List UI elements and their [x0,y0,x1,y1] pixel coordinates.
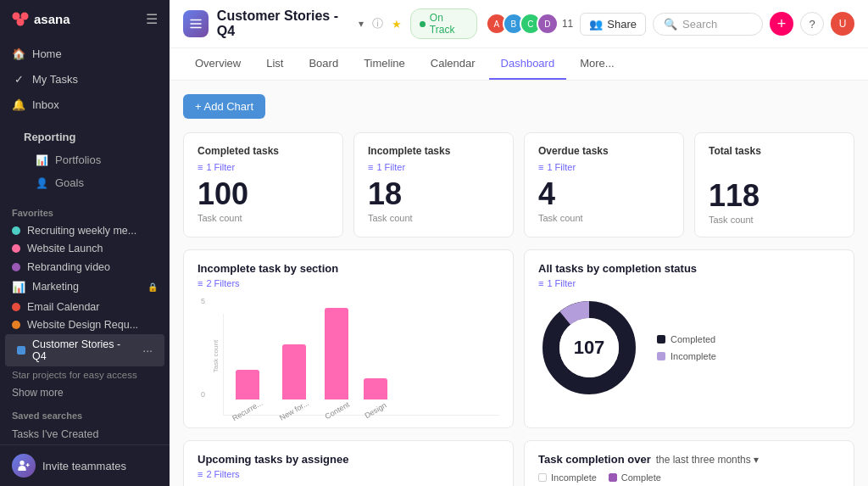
donut-center-value: 107 [574,337,605,359]
check-icon: ✓ [12,72,25,86]
stat-completed-filter[interactable]: ≡ 1 Filter [198,162,329,172]
tab-timeline[interactable]: Timeline [352,48,417,80]
goals-icon: 👤 [36,177,48,189]
legend-completed: Completed [657,334,716,344]
share-button[interactable]: 👥 Share [580,13,646,36]
invite-teammates-button[interactable]: Invite teammates [0,444,170,486]
filter-icon: ≡ [198,162,203,172]
user-avatar[interactable]: U [831,12,854,36]
star-icon[interactable]: ★ [392,18,402,31]
add-chart-label: + Add Chart [195,100,253,113]
tab-list[interactable]: List [254,48,295,80]
info-icon[interactable]: ⓘ [372,16,383,31]
sidebar-item-marketing[interactable]: 📊 Marketing 🔒 [0,277,170,298]
sidebar-item-recruiting[interactable]: Recruiting weekly me... [0,221,170,240]
donut-area: 107 Completed Incomplete [538,297,840,399]
share-icon: 👥 [589,18,603,31]
bar-design: Design [364,378,387,415]
reporting-label[interactable]: Reporting [12,126,158,148]
donut-chart-title: All tasks by completion status [538,262,840,275]
add-chart-button[interactable]: + Add Chart [183,94,265,119]
lock-icon: 🔒 [147,282,158,292]
saved-searches-title: Saved searches [0,402,170,424]
sidebar-item-customer-stories[interactable]: Customer Stories - Q4 ··· [5,334,164,366]
website-launch-dot [12,244,20,253]
recruiting-dot [12,226,20,235]
portfolios-icon: 📊 [36,154,48,166]
bell-icon: 🔔 [12,98,25,111]
bar-design-bar [364,378,387,399]
on-track-badge: On Track [410,8,477,39]
period-selector[interactable]: the last three months ▾ [656,454,759,466]
avatars-count: 11 [562,18,573,30]
hamburger-icon[interactable]: ☰ [146,11,158,27]
sidebar-item-website-design[interactable]: Website Design Requ... [0,316,170,334]
sidebar-item-rebranding[interactable]: Rebranding video [0,258,170,277]
stat-completed-label: Task count [198,213,329,223]
stat-overdue-title: Overdue tasks [538,145,670,157]
sidebar-item-email-calendar[interactable]: Email Calendar [0,298,170,316]
main-content: Customer Stories - Q4 ▾ ⓘ ★ On Track A B… [170,0,868,486]
add-button[interactable]: + [770,12,793,36]
svg-point-3 [19,461,24,465]
stat-incomplete-title: Incomplete tasks [368,145,499,157]
logo: asana [12,10,70,27]
bar-chart-bars: Recurre... New for... Content Desig [223,314,499,416]
more-dots-icon[interactable]: ··· [142,344,153,357]
bar-chart-card: Incomplete task by section ≡ 2 Filters 5… [183,249,514,428]
sidebar-item-home[interactable]: 🏠 Home [0,41,170,66]
search-input[interactable]: Search [682,18,717,31]
topbar: Customer Stories - Q4 ▾ ⓘ ★ On Track A B… [170,0,868,48]
bar-filter-icon: ≡ [198,278,203,288]
bar-chart-filter[interactable]: ≡ 2 Filters [198,278,499,288]
legend-completed-dot [657,335,665,344]
bar-recurre-label: Recurre... [231,399,264,422]
upcoming-filter-icon: ≡ [198,469,203,479]
charts-row: Incomplete task by section ≡ 2 Filters 5… [183,249,854,428]
stat-overdue-filter[interactable]: ≡ 1 Filter [538,162,670,172]
tab-overview[interactable]: Overview [183,48,253,80]
tab-calendar[interactable]: Calendar [419,48,487,80]
project-title: Customer Stories - Q4 [217,8,351,39]
on-track-label: On Track [430,12,468,36]
tab-more[interactable]: More... [568,48,626,80]
tab-board[interactable]: Board [297,48,350,80]
rebranding-dot [12,263,20,271]
project-chevron-icon[interactable]: ▾ [359,18,364,30]
comp-legend-complete: Complete [609,472,661,483]
nav-tabs: Overview List Board Timeline Calendar Da… [170,48,868,81]
search-box[interactable]: 🔍 Search [653,13,763,36]
upcoming-filter[interactable]: ≡ 2 Filters [198,469,499,479]
bottom-row: Upcoming tasks by assignee ≡ 2 Filters T… [183,440,854,486]
show-more-button[interactable]: Show more [0,383,170,402]
stats-row: Completed tasks ≡ 1 Filter 100 Task coun… [183,132,854,237]
svg-point-1 [13,13,20,20]
saved-search-tasks-created[interactable]: Tasks I've Created [0,424,170,444]
avatars-group: A B C D 11 [486,13,573,35]
donut-chart: 107 [538,297,640,399]
sidebar-item-goals[interactable]: 👤 Goals [12,171,158,194]
dashboard-content: + Add Chart Completed tasks ≡ 1 Filter 1… [170,81,868,486]
y-axis: 5 0 [201,297,205,399]
stat-incomplete-filter[interactable]: ≡ 1 Filter [368,162,499,172]
stat-completed-number: 100 [198,179,329,209]
bar-content-bar [325,308,348,399]
home-icon: 🏠 [12,47,25,60]
bar-content: Content [324,308,351,415]
svg-rect-8 [190,27,202,29]
y-label-5: 5 [201,297,205,305]
sidebar-item-inbox[interactable]: 🔔 Inbox [0,92,170,117]
donut-chart-filter[interactable]: ≡ 1 Filter [538,278,840,288]
sidebar-item-website-launch[interactable]: Website Launch [0,240,170,259]
stat-overdue-number: 4 [538,179,670,209]
stat-total-label: Task count [709,215,840,225]
stat-total-title: Total tasks [709,145,840,157]
tab-dashboard[interactable]: Dashboard [489,48,567,80]
comp-incomplete-dot [538,473,547,482]
period-chevron-icon: ▾ [754,454,759,466]
sidebar-item-portfolios[interactable]: 📊 Portfolios [12,148,158,171]
filter-icon-3: ≡ [538,162,543,172]
logo-text: asana [34,12,70,26]
sidebar-item-my-tasks[interactable]: ✓ My Tasks [0,66,170,92]
help-button[interactable]: ? [800,12,824,36]
